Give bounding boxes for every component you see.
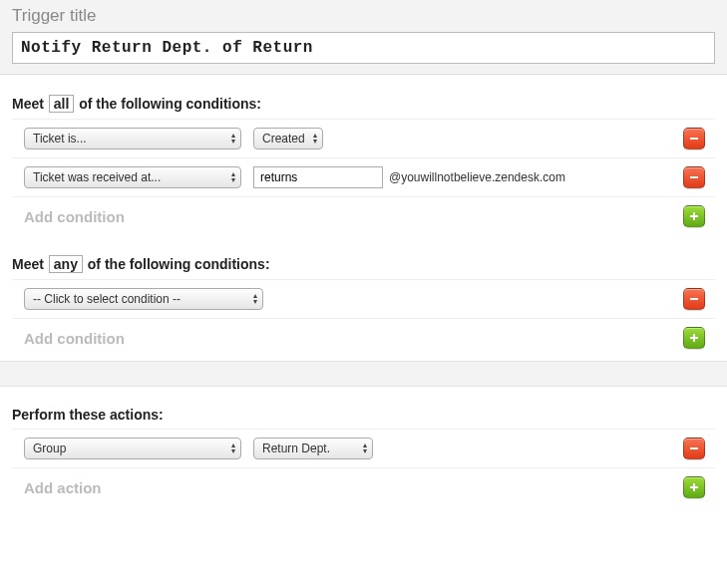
minus-icon <box>688 293 700 305</box>
condition-select-value: Ticket is... <box>33 132 87 146</box>
add-action-row: Add action <box>12 467 715 506</box>
condition-value-input[interactable] <box>253 166 383 188</box>
add-condition-button[interactable] <box>683 327 705 349</box>
plus-icon <box>688 332 700 344</box>
operator-select[interactable]: Created ▴▾ <box>253 128 323 149</box>
condition-row: Ticket is... ▴▾ Created ▴▾ <box>12 119 715 157</box>
action-select[interactable]: Group ▴▾ <box>24 438 241 459</box>
qualifier-any: any <box>49 255 83 273</box>
chevron-updown-icon: ▴▾ <box>313 133 317 145</box>
chevron-updown-icon: ▴▾ <box>231 442 235 454</box>
action-value-select-value: Return Dept. <box>262 441 330 455</box>
header: Trigger title <box>0 0 727 75</box>
add-condition-row: Add condition <box>12 318 715 357</box>
action-value-select[interactable]: Return Dept. ▴▾ <box>253 438 373 459</box>
add-action-label: Add action <box>14 479 683 496</box>
action-select-value: Group <box>33 441 66 455</box>
minus-icon <box>688 171 700 183</box>
chevron-updown-icon: ▴▾ <box>231 133 235 145</box>
action-row: Group ▴▾ Return Dept. ▴▾ <box>12 429 715 467</box>
heading-prefix: Meet <box>12 256 44 272</box>
minus-icon <box>688 133 700 145</box>
heading-prefix: Meet <box>12 96 44 112</box>
trigger-title-label: Trigger title <box>12 6 715 26</box>
svg-rect-9 <box>690 486 698 488</box>
svg-rect-0 <box>690 138 698 140</box>
condition-row: -- Click to select condition -- ▴▾ <box>12 279 715 318</box>
remove-condition-button[interactable] <box>683 288 705 310</box>
svg-rect-7 <box>690 447 698 449</box>
email-domain-suffix: @youwillnotbelieve.zendesk.com <box>389 170 565 184</box>
conditions-any-section: Meet any of the following conditions: --… <box>0 235 727 357</box>
condition-select-value: -- Click to select condition -- <box>33 292 181 306</box>
plus-icon <box>688 481 700 493</box>
trigger-title-input[interactable] <box>12 32 715 64</box>
qualifier-all: all <box>49 95 75 113</box>
conditions-any-heading: Meet any of the following conditions: <box>12 255 715 273</box>
svg-rect-6 <box>690 337 698 339</box>
condition-row: Ticket was received at... ▴▾ @youwillnot… <box>12 157 715 196</box>
condition-select[interactable]: Ticket is... ▴▾ <box>24 128 241 149</box>
add-condition-label: Add condition <box>14 208 683 225</box>
heading-suffix: of the following conditions: <box>88 256 270 272</box>
remove-condition-button[interactable] <box>683 128 705 149</box>
svg-rect-4 <box>690 298 698 300</box>
condition-select[interactable]: -- Click to select condition -- ▴▾ <box>24 288 263 310</box>
add-condition-label: Add condition <box>14 330 683 347</box>
conditions-all-heading: Meet all of the following conditions: <box>12 95 715 113</box>
chevron-updown-icon: ▴▾ <box>363 442 367 454</box>
chevron-updown-icon: ▴▾ <box>231 171 235 183</box>
actions-section: Perform these actions: Group ▴▾ Return D… <box>0 387 727 506</box>
plus-icon <box>688 210 700 222</box>
actions-heading: Perform these actions: <box>12 407 715 423</box>
remove-action-button[interactable] <box>683 438 705 459</box>
svg-rect-1 <box>690 176 698 178</box>
svg-rect-3 <box>690 215 698 217</box>
minus-icon <box>688 442 700 454</box>
add-action-button[interactable] <box>683 476 705 498</box>
condition-select-value: Ticket was received at... <box>33 170 161 184</box>
condition-select[interactable]: Ticket was received at... ▴▾ <box>24 166 241 188</box>
conditions-all-section: Meet all of the following conditions: Ti… <box>0 75 727 235</box>
add-condition-row: Add condition <box>12 196 715 235</box>
section-divider <box>0 361 727 387</box>
remove-condition-button[interactable] <box>683 166 705 188</box>
heading-suffix: of the following conditions: <box>79 96 261 112</box>
operator-select-value: Created <box>262 132 305 146</box>
add-condition-button[interactable] <box>683 205 705 227</box>
chevron-updown-icon: ▴▾ <box>253 293 257 305</box>
